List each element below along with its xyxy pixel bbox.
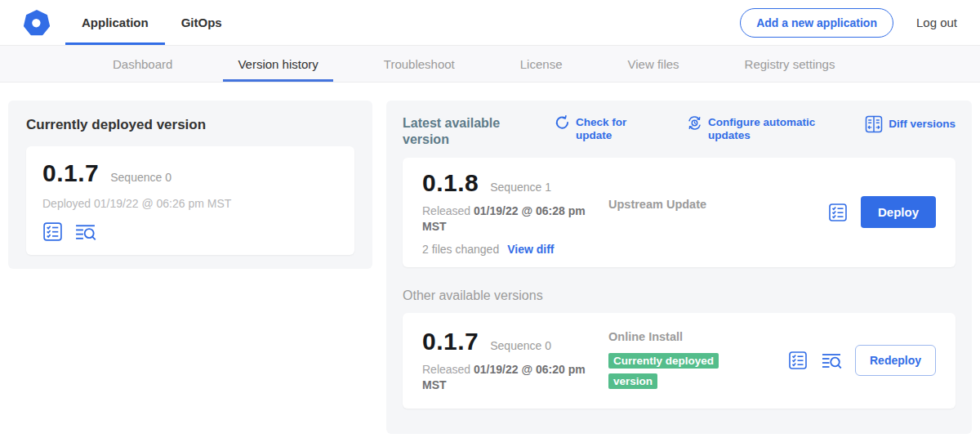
currently-deployed-panel: Currently deployed version 0.1.7 Sequenc… [8, 101, 372, 269]
deploy-logs-icon[interactable] [74, 221, 96, 242]
available-versions-panel: Latest available version Check for updat… [386, 101, 972, 434]
subnav-troubleshoot-label: Troubleshoot [384, 57, 455, 71]
subnav-tab-troubleshoot[interactable]: Troubleshoot [351, 46, 488, 82]
configure-automatic-updates-label: Configure automatic updates [708, 115, 842, 142]
files-changed-text: 2 files changed [422, 243, 499, 256]
tab-application[interactable]: Application [65, 0, 165, 45]
diff-versions-link[interactable]: Diff versions [865, 115, 956, 133]
latest-version-sequence: Sequence 1 [490, 181, 551, 194]
view-diff-link[interactable]: View diff [507, 243, 554, 256]
latest-version-number: 0.1.8 [422, 169, 479, 197]
redeploy-button[interactable]: Redeploy [855, 345, 936, 376]
latest-released-timestamp: Released 01/19/22 @ 06:28 pm MST [422, 203, 598, 235]
app-subnav: Dashboard Version history Troubleshoot L… [0, 46, 980, 83]
subnav-version-history-label: Version history [238, 57, 318, 71]
tab-application-label: Application [82, 16, 149, 29]
currently-deployed-card: 0.1.7 Sequence 0 Deployed 01/19/22 @ 06:… [26, 146, 354, 255]
subnav-tab-registry-settings[interactable]: Registry settings [712, 46, 868, 82]
check-for-update-link[interactable]: Check for update [555, 115, 644, 142]
other-available-versions-title: Other available versions [403, 288, 956, 303]
subnav-license-label: License [520, 57, 563, 71]
latest-version-card: 0.1.8 Sequence 1 Released 01/19/22 @ 06:… [403, 158, 956, 267]
main-content: Currently deployed version 0.1.7 Sequenc… [0, 83, 980, 438]
tab-gitops[interactable]: GitOps [165, 0, 238, 45]
currently-deployed-title: Currently deployed version [26, 117, 354, 133]
auto-update-clock-icon [687, 115, 702, 131]
upstream-update-label: Upstream Update [608, 198, 706, 211]
subnav-tab-version-history[interactable]: Version history [205, 46, 350, 82]
deploy-button[interactable]: Deploy [861, 196, 936, 228]
check-for-update-label: Check for update [576, 115, 644, 142]
tab-gitops-label: GitOps [181, 16, 222, 29]
current-version-number: 0.1.7 [42, 159, 99, 187]
subnav-registry-settings-label: Registry settings [745, 57, 835, 71]
other-version-sequence: Sequence 0 [490, 339, 551, 352]
other-version-card: 0.1.7 Sequence 0 Released 01/19/22 @ 06:… [403, 313, 956, 409]
preflight-checklist-icon[interactable] [788, 351, 808, 370]
subnav-dashboard-label: Dashboard [113, 57, 172, 71]
preflight-checklist-icon[interactable] [828, 203, 848, 222]
subnav-tab-dashboard[interactable]: Dashboard [80, 46, 205, 82]
diff-versions-label: Diff versions [889, 118, 956, 131]
other-released-timestamp: Released 01/19/22 @ 06:20 pm MST [422, 362, 598, 393]
currently-deployed-badge: Currently deployed version [608, 353, 719, 389]
add-application-button[interactable]: Add a new application [740, 8, 893, 38]
latest-available-title: Latest available version [403, 115, 525, 148]
current-deployed-timestamp: Deployed 01/19/22 @ 06:26 pm MST [42, 197, 338, 210]
diff-versions-icon [865, 115, 883, 133]
preflight-checklist-icon[interactable] [42, 221, 63, 242]
subnav-tab-view-files[interactable]: View files [595, 46, 711, 82]
header-tabs: Application GitOps [65, 0, 238, 45]
subnav-tab-license[interactable]: License [488, 46, 595, 82]
kots-logo-icon [23, 9, 51, 37]
app-header: Application GitOps Add a new application… [0, 0, 980, 46]
subnav-view-files-label: View files [627, 57, 679, 71]
configure-automatic-updates-link[interactable]: Configure automatic updates [687, 115, 842, 142]
deploy-logs-icon[interactable] [821, 351, 842, 370]
other-version-number: 0.1.7 [422, 328, 479, 355]
released-prefix: Released [422, 204, 474, 217]
current-version-sequence: Sequence 0 [110, 171, 172, 184]
released-prefix: Released [422, 363, 474, 376]
online-install-label: Online Install [608, 330, 683, 343]
refresh-icon [555, 115, 570, 131]
logout-button[interactable]: Log out [916, 16, 957, 29]
